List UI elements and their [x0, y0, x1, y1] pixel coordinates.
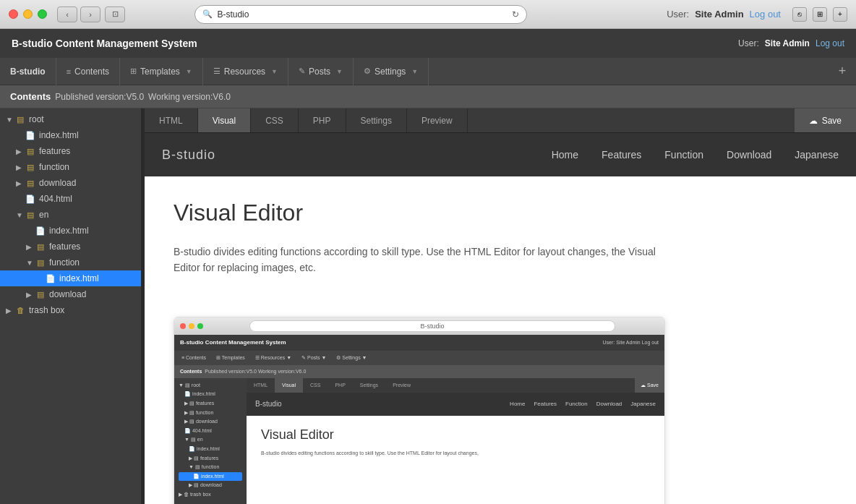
- tab-settings-label: Settings: [361, 116, 392, 126]
- app-title: B-studio Content Management System: [12, 38, 197, 49]
- function-en-label: function: [49, 257, 80, 268]
- nav-templates[interactable]: ⊞ Templates ▼: [120, 58, 203, 85]
- mini-tab-php: PHP: [328, 378, 352, 393]
- site-menu-download[interactable]: Download: [727, 149, 771, 161]
- titlebar: ‹ › ⊡ 🔍 B-studio ↻ User: Site Admin Log …: [0, 0, 856, 29]
- sidebar-item-en[interactable]: ▼ ▤ en: [0, 207, 141, 223]
- mini-menu-function: Function: [565, 401, 588, 407]
- mini-site-nav: B-studio Home Features Function Download…: [247, 393, 664, 416]
- toggle-download-en: ▶: [26, 291, 35, 299]
- mini-nav-contents: ≡ Contents: [177, 351, 210, 365]
- site-menu-home[interactable]: Home: [552, 149, 578, 161]
- folder-icon: ▤: [25, 210, 36, 220]
- tab-css[interactable]: CSS: [251, 108, 299, 132]
- nav-posts[interactable]: ✎ Posts ▼: [288, 58, 354, 85]
- tab-html[interactable]: HTML: [145, 108, 198, 132]
- sidebar-item-function-root[interactable]: ▶ ▤ function: [0, 159, 141, 175]
- sidebar-item-features-root[interactable]: ▶ ▤ features: [0, 143, 141, 159]
- forward-button[interactable]: ›: [80, 7, 100, 22]
- features-root-label: features: [39, 146, 70, 156]
- sidebar-item-root[interactable]: ▼ ▤ root: [0, 111, 141, 127]
- folder-icon: ▤: [35, 290, 46, 299]
- trash-icon: 🗑: [14, 306, 26, 315]
- logout-link[interactable]: Log out: [750, 9, 781, 20]
- main-layout: ▼ ▤ root 📄 index.html ▶ ▤ features ▶ ▤ f…: [0, 108, 856, 504]
- working-version: Working version:V6.0: [148, 92, 231, 102]
- share-button[interactable]: ⎋: [792, 7, 807, 22]
- sidebar-item-trash[interactable]: ▶ 🗑 trash box: [0, 302, 141, 318]
- mini-site-content: Visual Editor B-studio divides editing f…: [247, 416, 664, 469]
- mini-menu-japanese: Japanese: [630, 401, 656, 407]
- mini-tree-download: ▶ ▤ download: [179, 417, 242, 427]
- user-area: User: Site Admin Log out: [667, 9, 781, 20]
- site-menu-features[interactable]: Features: [602, 149, 641, 161]
- nav-buttons: ‹ ›: [57, 7, 100, 22]
- nav-bstudio-label: B-studio: [10, 67, 46, 77]
- mini-version-title: Contents: [180, 369, 202, 374]
- nav-plus-button[interactable]: +: [829, 58, 856, 85]
- mini-maximize: [197, 323, 203, 329]
- sidebar-item-index-en[interactable]: 📄 index.html: [0, 223, 141, 239]
- search-icon: 🔍: [202, 9, 213, 19]
- close-button[interactable]: [9, 9, 18, 19]
- nav-contents[interactable]: ≡ Contents: [56, 58, 120, 85]
- back-button[interactable]: ‹: [57, 7, 77, 22]
- resources-arrow: ▼: [271, 68, 278, 75]
- window-mode-button[interactable]: ⊡: [105, 7, 125, 22]
- add-tab-button[interactable]: +: [833, 7, 847, 22]
- toggle-root: ▼: [6, 116, 14, 124]
- mini-version-text: Published version:V5.0 Working version:V…: [205, 369, 306, 374]
- mini-tree-root: ▼ ▤ root: [179, 381, 242, 390]
- url-text: B-studio: [217, 9, 249, 20]
- mini-app-header: B-studio Content Management System User:…: [174, 335, 664, 351]
- page-title: Visual Editor: [174, 200, 827, 226]
- maximize-button[interactable]: [38, 9, 47, 19]
- mini-nav-settings: ⚙ Settings ▼: [332, 351, 371, 365]
- tab-visual-label: Visual: [213, 116, 236, 126]
- nav-bstudio[interactable]: B-studio: [0, 58, 56, 85]
- refresh-button[interactable]: ↻: [512, 9, 519, 20]
- mini-tree-en: ▼ ▤ en: [179, 435, 242, 445]
- sidebar-item-index-root[interactable]: 📄 index.html: [0, 127, 141, 143]
- 404-label: 404.html: [39, 194, 72, 204]
- tab-preview[interactable]: Preview: [407, 108, 468, 132]
- app-logout-link[interactable]: Log out: [816, 38, 844, 48]
- posts-icon: ✎: [299, 67, 305, 76]
- mini-site-menu: Home Features Function Download Japanese: [510, 401, 656, 407]
- mini-navbar: ≡ Contents ⊞ Templates ☰ Resources ▼ ✎ P…: [174, 351, 664, 365]
- mini-tab-html: HTML: [247, 378, 275, 393]
- nav-contents-label: Contents: [74, 67, 109, 77]
- site-menu-japanese[interactable]: Japanese: [795, 149, 839, 161]
- site-menu-function[interactable]: Function: [664, 149, 703, 161]
- sidebar-item-features-en[interactable]: ▶ ▤ features: [0, 239, 141, 255]
- file-icon: 📄: [25, 195, 36, 204]
- sidebar-item-index-function[interactable]: 📄 index.html: [0, 270, 141, 286]
- mini-tree-function-en: ▼ ▤ function: [179, 463, 242, 472]
- mini-tab-preview: Preview: [385, 378, 418, 393]
- nav-templates-label: Templates: [140, 67, 180, 77]
- tab-settings[interactable]: Settings: [346, 108, 407, 132]
- tab-visual[interactable]: Visual: [198, 108, 251, 132]
- nav-settings[interactable]: ⚙ Settings ▼: [354, 58, 429, 85]
- sidebar-item-download-root[interactable]: ▶ ▤ download: [0, 175, 141, 191]
- page-body: B-studio divides editing functions accor…: [174, 244, 665, 276]
- nav-resources[interactable]: ☰ Resources ▼: [203, 58, 288, 85]
- mini-tree-features-en: ▶ ▤ features: [179, 454, 242, 464]
- url-bar[interactable]: 🔍 B-studio ↻: [194, 5, 527, 24]
- mini-nav-resources: ☰ Resources ▼: [251, 351, 296, 365]
- toggle-trash: ▶: [6, 307, 14, 315]
- site-menu: Home Features Function Download Japanese: [552, 149, 839, 161]
- file-icon: 📄: [45, 274, 56, 283]
- sidebar-item-404[interactable]: 📄 404.html: [0, 191, 141, 207]
- content-area: HTML Visual CSS PHP Settings Preview ☁ S…: [145, 108, 856, 504]
- save-button[interactable]: ☁ Save: [795, 108, 856, 132]
- sidebar-item-function-en[interactable]: ▼ ▤ function: [0, 255, 141, 270]
- mini-tree-index-en: 📄 index.html: [179, 445, 242, 454]
- site-content: Visual Editor B-studio divides editing f…: [145, 176, 856, 299]
- tab-php[interactable]: PHP: [299, 108, 346, 132]
- minimize-button[interactable]: [23, 9, 33, 19]
- posts-arrow: ▼: [336, 68, 343, 75]
- sidebar-item-download-en[interactable]: ▶ ▤ download: [0, 286, 141, 302]
- mini-tree-download-en: ▶ ▤ download: [179, 481, 242, 490]
- new-tab-button[interactable]: ⊞: [813, 7, 827, 22]
